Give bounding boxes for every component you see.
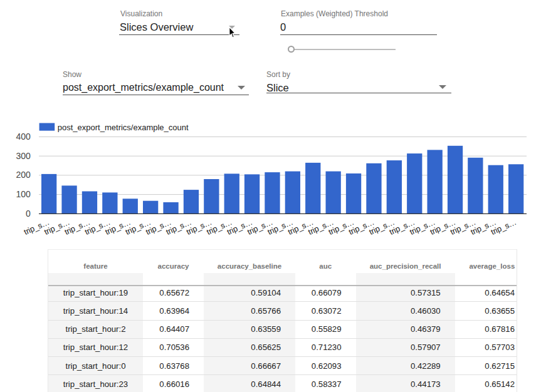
- svg-text:100: 100: [16, 189, 31, 199]
- svg-text:400: 400: [16, 132, 31, 142]
- svg-text:200: 200: [16, 170, 31, 180]
- svg-text:0: 0: [26, 209, 31, 219]
- svg-text:post_export_metrics/example_co: post_export_metrics/example_count: [58, 123, 189, 132]
- svg-text:300: 300: [16, 151, 31, 161]
